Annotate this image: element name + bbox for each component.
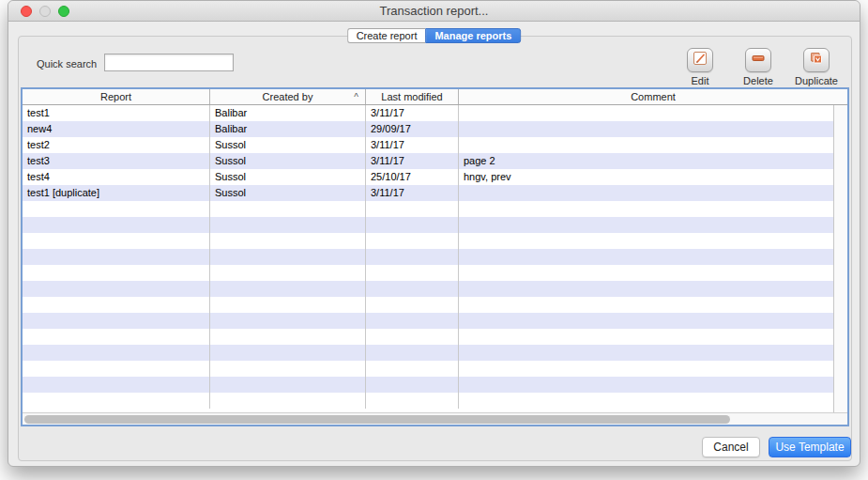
table-row[interactable]: new4Balibar29/09/17: [23, 121, 833, 137]
table-cell: [459, 313, 833, 329]
report-tabs: Create report Manage reports: [347, 28, 522, 43]
report-toolbar: Edit Delete: [676, 48, 841, 86]
vertical-scrollbar-track[interactable]: [833, 105, 847, 412]
table-row[interactable]: test4Sussol25/10/17hngv, prev: [23, 169, 833, 185]
table-cell: [459, 201, 833, 217]
table-cell: 3/11/17: [366, 153, 459, 169]
table-cell: [23, 201, 210, 217]
table-row-empty[interactable]: [23, 217, 833, 233]
table-cell: [210, 233, 366, 249]
edit-label: Edit: [692, 75, 709, 86]
table-cell: [210, 361, 366, 377]
table-cell: test2: [23, 137, 210, 153]
table-cell: test1: [23, 105, 210, 121]
tab-manage-reports[interactable]: Manage reports: [425, 28, 521, 43]
table-row-empty[interactable]: [23, 393, 833, 409]
table-cell: Sussol: [210, 185, 366, 201]
table-row-empty[interactable]: [23, 361, 833, 377]
table-row-empty[interactable]: [23, 345, 833, 361]
table-cell: [459, 137, 833, 153]
edit-button[interactable]: [687, 48, 713, 72]
table-cell: test1 [duplicate]: [23, 185, 210, 201]
table-row-empty[interactable]: [23, 249, 833, 265]
edit-pencil-icon: [693, 51, 708, 70]
table-row-empty[interactable]: [23, 297, 833, 313]
table-cell: [23, 393, 210, 409]
table-row-empty[interactable]: [23, 281, 833, 297]
column-header-created-by-label: Created by: [263, 91, 313, 102]
cancel-button[interactable]: Cancel: [702, 437, 760, 457]
table-cell: [23, 329, 210, 345]
table-cell: Sussol: [210, 137, 366, 153]
duplicate-pages-icon: [809, 51, 824, 70]
table-cell: 3/11/17: [366, 185, 459, 201]
table-row-empty[interactable]: [23, 265, 833, 281]
table-cell: [459, 121, 833, 137]
table-cell: [210, 281, 366, 297]
table-cell: [366, 361, 459, 377]
table-row[interactable]: test1 [duplicate]Sussol3/11/17: [23, 185, 833, 201]
table-cell: [23, 249, 210, 265]
table-cell: 29/09/17: [366, 121, 459, 137]
table-cell: [210, 249, 366, 265]
table-cell: [366, 265, 459, 281]
table-row-empty[interactable]: [23, 329, 833, 345]
delete-tool: Delete: [734, 48, 783, 86]
table-cell: new4: [23, 121, 210, 137]
table-cell: [366, 281, 459, 297]
table-cell: [210, 265, 366, 281]
table-row-empty[interactable]: [23, 313, 833, 329]
duplicate-button[interactable]: [803, 48, 830, 72]
table-cell: [210, 297, 366, 313]
table-cell: [366, 313, 459, 329]
table-cell: [210, 217, 366, 233]
table-header: Report Created by ^ Last modified Commen…: [23, 89, 847, 105]
column-header-created-by[interactable]: Created by ^: [210, 89, 366, 104]
table-cell: [210, 313, 366, 329]
reports-table: Report Created by ^ Last modified Commen…: [21, 87, 849, 426]
column-header-last-modified[interactable]: Last modified: [366, 89, 459, 104]
table-cell: [366, 249, 459, 265]
duplicate-tool: Duplicate: [792, 48, 841, 86]
table-cell: Sussol: [210, 169, 366, 185]
table-row[interactable]: test1Balibar3/11/17: [23, 105, 833, 121]
delete-button[interactable]: [745, 48, 771, 72]
table-cell: [23, 361, 210, 377]
table-cell: hngv, prev: [459, 169, 833, 185]
table-row[interactable]: test3Sussol3/11/17page 2: [23, 153, 833, 169]
table-cell: [210, 377, 366, 393]
tab-create-report[interactable]: Create report: [347, 28, 426, 43]
column-header-comment[interactable]: Comment: [459, 89, 847, 104]
table-cell: 25/10/17: [366, 169, 459, 185]
quick-search-label: Quick search: [37, 58, 97, 70]
table-cell: 3/11/17: [366, 137, 459, 153]
table-cell: [366, 233, 459, 249]
column-header-report[interactable]: Report: [23, 89, 210, 104]
minus-icon: [751, 51, 766, 70]
table-cell: Balibar: [210, 121, 366, 137]
table-cell: [459, 281, 833, 297]
table-cell: [459, 233, 833, 249]
table-cell: [459, 297, 833, 313]
table-cell: [366, 329, 459, 345]
table-row-empty[interactable]: [23, 377, 833, 393]
table-cell: [459, 217, 833, 233]
table-row[interactable]: test2Sussol3/11/17: [23, 137, 833, 153]
table-cell: 3/11/17: [366, 105, 459, 121]
table-cell: [366, 377, 459, 393]
table-cell: [366, 393, 459, 409]
table-cell: [366, 297, 459, 313]
table-cell: [366, 217, 459, 233]
table-cell: [210, 393, 366, 409]
table-row-empty[interactable]: [23, 201, 833, 217]
delete-label: Delete: [743, 75, 773, 86]
quick-search-input[interactable]: [104, 54, 234, 71]
horizontal-scrollbar-thumb[interactable]: [24, 415, 730, 424]
table-cell: [23, 345, 210, 361]
window-title: Transaction report...: [8, 1, 860, 21]
table-cell: [459, 345, 833, 361]
use-template-button[interactable]: Use Template: [769, 437, 851, 457]
table-row-empty[interactable]: [23, 233, 833, 249]
horizontal-scrollbar-track[interactable]: [23, 412, 847, 425]
table-cell: [23, 217, 210, 233]
